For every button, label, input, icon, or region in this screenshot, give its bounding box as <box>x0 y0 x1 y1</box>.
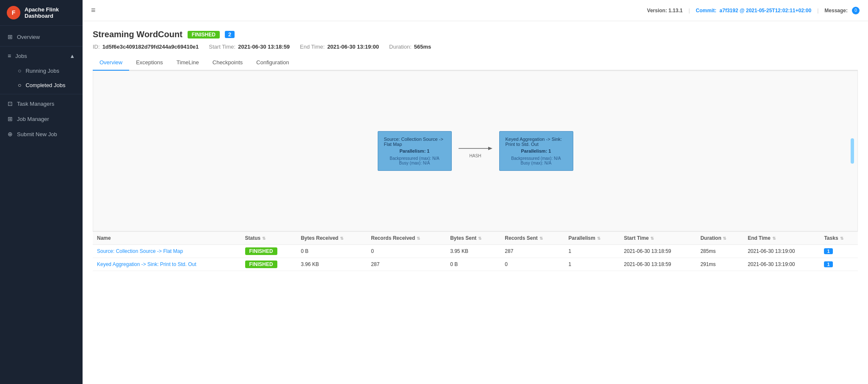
node2-parallelism: Parallelism: 1 <box>506 148 567 154</box>
duration-value: 565ms <box>414 44 431 50</box>
row1-parallelism: 1 <box>564 245 620 258</box>
sidebar-completed-jobs-label: Completed Jobs <box>25 82 65 88</box>
node1-parallelism: Parallelism: 1 <box>384 148 445 154</box>
svg-marker-1 <box>488 147 492 150</box>
col-status[interactable]: Status⇅ <box>241 232 297 245</box>
sort-tasks: ⇅ <box>840 236 843 241</box>
sidebar-item-running-jobs[interactable]: ○ Running Jobs <box>0 63 83 78</box>
col-bytes-received[interactable]: Bytes Received⇅ <box>296 232 367 245</box>
sort-duration: ⇅ <box>723 236 726 241</box>
tab-overview[interactable]: Overview <box>93 55 129 71</box>
table-row: Keyed Aggregation -> Sink: Print to Std.… <box>93 258 858 271</box>
scroll-handle[interactable] <box>851 138 854 164</box>
sidebar-jobs-toggle[interactable]: ≡ Jobs ▲ <box>0 48 83 63</box>
flow-container: Source: Collection Source -> Flat Map Pa… <box>378 131 573 171</box>
id-value: 1d5f6e3c409182d79fd244a9c69410e1 <box>102 44 199 50</box>
start-label: Start Time: <box>209 44 235 50</box>
tab-exceptions[interactable]: Exceptions <box>129 55 170 71</box>
topbar: ≡ Version: 1.13.1 | Commit: a7f3192 @ 20… <box>83 0 868 21</box>
topbar-right: Version: 1.13.1 | Commit: a7f3192 @ 2021… <box>647 7 860 14</box>
col-duration[interactable]: Duration⇅ <box>696 232 744 245</box>
tab-configuration[interactable]: Configuration <box>249 55 296 71</box>
table-header-row: Name Status⇅ Bytes Received⇅ Records Rec… <box>93 232 858 245</box>
sidebar-item-job-manager[interactable]: ⊞ Job Manager <box>0 111 83 126</box>
row1-status: FINISHED <box>241 245 297 258</box>
app-logo: F <box>7 6 20 19</box>
row2-name: Keyed Aggregation -> Sink: Print to Std.… <box>93 258 241 271</box>
page-content: Streaming WordCount FINISHED 2 ID: 1d5f6… <box>83 21 868 384</box>
task-managers-icon: ⊡ <box>8 100 13 107</box>
col-name: Name <box>93 232 241 245</box>
job-task-count: 2 <box>225 31 235 38</box>
tab-checkpoints[interactable]: Checkpoints <box>206 55 250 71</box>
col-parallelism[interactable]: Parallelism⇅ <box>564 232 620 245</box>
sidebar-running-jobs-label: Running Jobs <box>25 68 59 74</box>
tabs: Overview Exceptions TimeLine Checkpoints… <box>93 55 858 71</box>
duration-label: Duration: <box>389 44 412 50</box>
row1-tasks: 1 <box>820 245 858 258</box>
app-title: Apache Flink Dashboard <box>25 6 76 19</box>
end-value: 2021-06-30 13:19:00 <box>327 44 379 50</box>
sidebar-jobs-label: Jobs <box>15 53 27 59</box>
commit-value: a7f3192 @ 2021-05-25T12:02:11+02:00 <box>719 8 811 14</box>
tab-timeline[interactable]: TimeLine <box>170 55 206 71</box>
sidebar-job-manager-label: Job Manager <box>17 116 49 122</box>
row2-end-time: 2021-06-30 13:19:00 <box>744 258 820 271</box>
sidebar-submit-label: Submit New Job <box>17 131 57 137</box>
row2-bytes-sent: 0 B <box>446 258 500 271</box>
node1-stat1: Backpressured (max): N/A <box>384 156 445 161</box>
sidebar-item-task-managers[interactable]: ⊡ Task Managers <box>0 96 83 111</box>
job-end-meta: End Time: 2021-06-30 13:19:00 <box>300 44 379 50</box>
row2-duration: 291ms <box>696 258 744 271</box>
chevron-up-icon: ▲ <box>69 53 75 59</box>
row2-name-link[interactable]: Keyed Aggregation -> Sink: Print to Std.… <box>97 261 196 267</box>
col-bytes-sent[interactable]: Bytes Sent⇅ <box>446 232 500 245</box>
flow-node-1[interactable]: Source: Collection Source -> Flat Map Pa… <box>378 131 452 171</box>
col-start-time[interactable]: Start Time⇅ <box>620 232 697 245</box>
col-tasks[interactable]: Tasks⇅ <box>820 232 858 245</box>
row2-parallelism: 1 <box>564 258 620 271</box>
topbar-left: ≡ <box>91 6 96 15</box>
row1-name: Source: Collection Source -> Flat Map <box>93 245 241 258</box>
sidebar-item-submit-new-job[interactable]: ⊕ Submit New Job <box>0 126 83 142</box>
col-records-sent[interactable]: Records Sent⇅ <box>500 232 564 245</box>
sidebar-task-managers-label: Task Managers <box>17 101 54 107</box>
sort-status: ⇅ <box>262 236 265 241</box>
sidebar-divider-2 <box>0 94 83 94</box>
row2-start-time: 2021-06-30 13:18:59 <box>620 258 697 271</box>
col-end-time[interactable]: End Time⇅ <box>744 232 820 245</box>
node2-stat2: Busy (max): N/A <box>506 161 567 165</box>
node1-stat2: Busy (max): N/A <box>384 161 445 165</box>
col-records-received[interactable]: Records Received⇅ <box>367 232 446 245</box>
job-id-meta: ID: 1d5f6e3c409182d79fd244a9c69410e1 <box>93 44 199 50</box>
row2-bytes-received: 3.96 KB <box>296 258 367 271</box>
job-start-meta: Start Time: 2021-06-30 13:18:59 <box>209 44 290 50</box>
version-value: 1.13.1 <box>669 8 683 14</box>
node2-stat1: Backpressured (max): N/A <box>506 156 567 161</box>
row2-tasks-badge: 1 <box>824 261 832 267</box>
arrow-svg <box>459 144 492 153</box>
sidebar-item-overview-label: Overview <box>17 34 40 40</box>
sidebar-header: F Apache Flink Dashboard <box>0 0 83 26</box>
job-name: Streaming WordCount <box>93 30 182 39</box>
sidebar-nav: ⊞ Overview ≡ Jobs ▲ ○ Running Jobs ○ Com… <box>0 26 83 145</box>
sort-bytes-sent: ⇅ <box>478 236 481 241</box>
message-count-badge: 0 <box>852 7 860 14</box>
row1-name-link[interactable]: Source: Collection Source -> Flat Map <box>97 248 183 254</box>
flow-node-2[interactable]: Keyed Aggregation -> Sink: Print to Std.… <box>499 131 573 171</box>
diagram-area: Source: Collection Source -> Flat Map Pa… <box>93 71 858 231</box>
sidebar: F Apache Flink Dashboard ⊞ Overview ≡ Jo… <box>0 0 83 384</box>
node1-title: Source: Collection Source -> Flat Map <box>384 137 445 147</box>
row1-end-time: 2021-06-30 13:19:00 <box>744 245 820 258</box>
flow-arrow: HASH <box>459 144 492 158</box>
sidebar-item-completed-jobs[interactable]: ○ Completed Jobs <box>0 78 83 92</box>
node2-title: Keyed Aggregation -> Sink: Print to Std.… <box>506 137 567 147</box>
sort-start-time: ⇅ <box>650 236 654 241</box>
row1-records-received: 0 <box>367 245 446 258</box>
arrow-line <box>459 144 492 153</box>
table-row: Source: Collection Source -> Flat Map FI… <box>93 245 858 258</box>
arrow-label: HASH <box>470 154 481 158</box>
menu-icon[interactable]: ≡ <box>91 6 96 15</box>
sort-records-received: ⇅ <box>417 236 420 241</box>
sidebar-item-overview[interactable]: ⊞ Overview <box>0 29 83 44</box>
